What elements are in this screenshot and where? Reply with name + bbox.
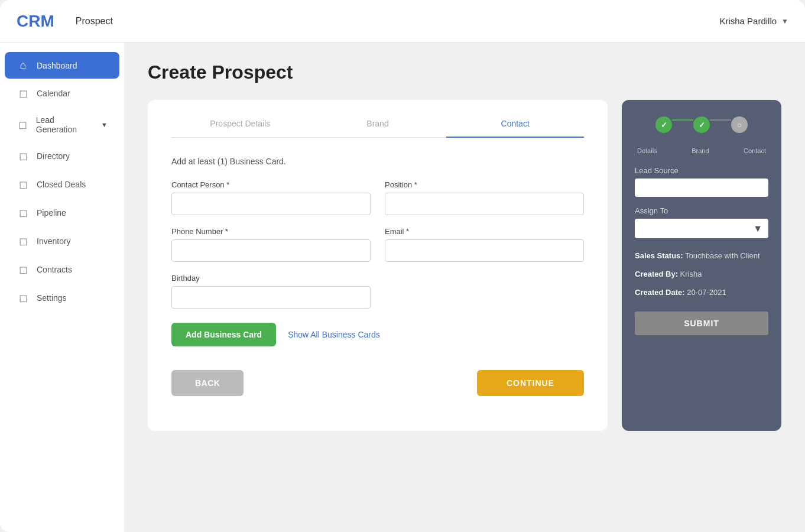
- chevron-down-icon: ▼: [781, 17, 788, 25]
- sidebar-item-dashboard[interactable]: ⌂ Dashboard: [5, 52, 119, 79]
- step-details-circle: ✓: [655, 116, 672, 133]
- assign-to-wrapper: ▼: [635, 219, 768, 238]
- assign-to-select[interactable]: [635, 219, 768, 238]
- step-brand-circle: ✓: [693, 116, 710, 133]
- directory-icon: ◻: [17, 150, 30, 163]
- sidebar-item-label: Lead Generation: [36, 115, 94, 134]
- app-header: CRM Prospect Krisha Pardillo ▼: [0, 0, 805, 43]
- birthday-input[interactable]: [171, 286, 371, 309]
- sidebar-item-label: Closed Deals: [37, 180, 86, 189]
- created-date-label: Created Date:: [635, 288, 685, 297]
- header-title: Prospect: [76, 16, 113, 27]
- row-birthday: Birthday: [171, 274, 584, 309]
- position-input[interactable]: [385, 193, 584, 215]
- group-email: Email *: [385, 227, 584, 262]
- sidebar-item-label: Pipeline: [37, 208, 66, 218]
- row-contact-position: Contact Person * Position *: [171, 180, 584, 215]
- user-menu[interactable]: Krisha Pardillo ▼: [719, 16, 788, 26]
- sidebar-item-label: Contracts: [37, 265, 72, 274]
- sidebar-item-label: Settings: [37, 293, 67, 303]
- sidebar-item-label: Inventory: [37, 236, 71, 246]
- sidebar-item-lead-generation[interactable]: ◻ Lead Generation ▼: [5, 108, 119, 141]
- lead-source-label: Lead Source: [635, 166, 768, 175]
- page-title: Create Prospect: [148, 61, 781, 83]
- step-label-details: Details: [637, 147, 657, 154]
- progress-steps: ✓ ✓ ○: [635, 116, 768, 133]
- step-line-2: [710, 119, 731, 121]
- nav-buttons: BACK CONTINUE: [171, 370, 584, 396]
- assign-to-group: Assign To ▼: [635, 206, 768, 238]
- sidebar-item-label: Directory: [37, 151, 70, 161]
- email-input[interactable]: [385, 239, 584, 262]
- lead-source-input[interactable]: [635, 179, 768, 197]
- tab-prospect-details[interactable]: Prospect Details: [171, 119, 309, 138]
- form-tabs: Prospect Details Brand Contact: [171, 119, 584, 138]
- lead-source-group: Lead Source: [635, 166, 768, 206]
- step-label-brand: Brand: [692, 147, 709, 154]
- email-label: Email *: [385, 227, 584, 236]
- sidebar-item-directory[interactable]: ◻ Directory: [5, 142, 119, 170]
- settings-icon: ◻: [17, 291, 30, 304]
- created-by-label: Created By:: [635, 270, 678, 278]
- position-label: Position *: [385, 180, 584, 189]
- group-birthday: Birthday: [171, 274, 371, 309]
- sidebar-item-closed-deals[interactable]: ◻ Closed Deals: [5, 171, 119, 198]
- step-contact-circle: ○: [731, 116, 748, 133]
- calendar-icon: ◻: [17, 87, 30, 100]
- closed-deals-icon: ◻: [17, 178, 30, 191]
- group-position: Position *: [385, 180, 584, 215]
- form-notice: Add at least (1) Business Card.: [171, 157, 584, 166]
- content-area: Create Prospect Prospect Details Brand C…: [124, 43, 805, 532]
- phone-label: Phone Number *: [171, 227, 371, 236]
- add-business-card-button[interactable]: Add Business Card: [171, 323, 276, 346]
- step-details: ✓: [655, 116, 672, 133]
- sidebar: ⌂ Dashboard ◻ Calendar ◻ Lead Generation…: [0, 43, 124, 532]
- continue-button[interactable]: CONTINUE: [477, 370, 584, 396]
- tab-contact[interactable]: Contact: [446, 119, 584, 138]
- phone-input[interactable]: [171, 239, 371, 262]
- created-by-value: Krisha: [680, 270, 702, 278]
- form-actions-row: Add Business Card Show All Business Card…: [171, 323, 584, 346]
- sales-status-label: Sales Status:: [635, 251, 683, 260]
- expand-icon: ▼: [101, 121, 108, 128]
- user-name: Krisha Pardillo: [719, 16, 777, 26]
- home-icon: ⌂: [17, 59, 30, 72]
- tab-brand[interactable]: Brand: [309, 119, 447, 138]
- app-logo: CRM: [17, 12, 54, 31]
- step-contact: ○: [731, 116, 748, 133]
- form-card: Prospect Details Brand Contact Add at le…: [148, 100, 608, 431]
- back-button[interactable]: BACK: [171, 370, 244, 396]
- monitor-icon: ◻: [17, 118, 29, 131]
- step-label-contact: Contact: [744, 147, 766, 154]
- sidebar-item-calendar[interactable]: ◻ Calendar: [5, 80, 119, 107]
- sidebar-item-inventory[interactable]: ◻ Inventory: [5, 228, 119, 255]
- row-phone-email: Phone Number * Email *: [171, 227, 584, 262]
- side-panel: ✓ ✓ ○ Details Brand Con: [622, 100, 781, 431]
- pipeline-icon: ◻: [17, 206, 30, 219]
- group-contact-person: Contact Person *: [171, 180, 371, 215]
- sales-status-row: Sales Status: Touchbase with Client: [635, 250, 768, 262]
- sidebar-item-label: Calendar: [37, 89, 70, 98]
- sales-status-value: Touchbase with Client: [685, 251, 759, 260]
- sidebar-item-contracts[interactable]: ◻ Contracts: [5, 256, 119, 283]
- sidebar-item-settings[interactable]: ◻ Settings: [5, 284, 119, 312]
- birthday-label: Birthday: [171, 274, 371, 283]
- sidebar-item-pipeline[interactable]: ◻ Pipeline: [5, 199, 119, 226]
- contact-person-input[interactable]: [171, 193, 371, 215]
- created-by-row: Created By: Krisha: [635, 268, 768, 281]
- step-brand: ✓: [693, 116, 710, 133]
- contracts-icon: ◻: [17, 263, 30, 276]
- assign-to-label: Assign To: [635, 206, 768, 215]
- contact-person-label: Contact Person *: [171, 180, 371, 189]
- created-date-value: 20-07-2021: [687, 288, 726, 297]
- submit-button[interactable]: SUBMIT: [635, 312, 768, 335]
- show-all-cards-button[interactable]: Show All Business Cards: [288, 330, 380, 339]
- inventory-icon: ◻: [17, 235, 30, 248]
- step-line-1: [672, 119, 693, 121]
- created-date-row: Created Date: 20-07-2021: [635, 287, 768, 299]
- sidebar-item-label: Dashboard: [37, 61, 77, 70]
- group-phone: Phone Number *: [171, 227, 371, 262]
